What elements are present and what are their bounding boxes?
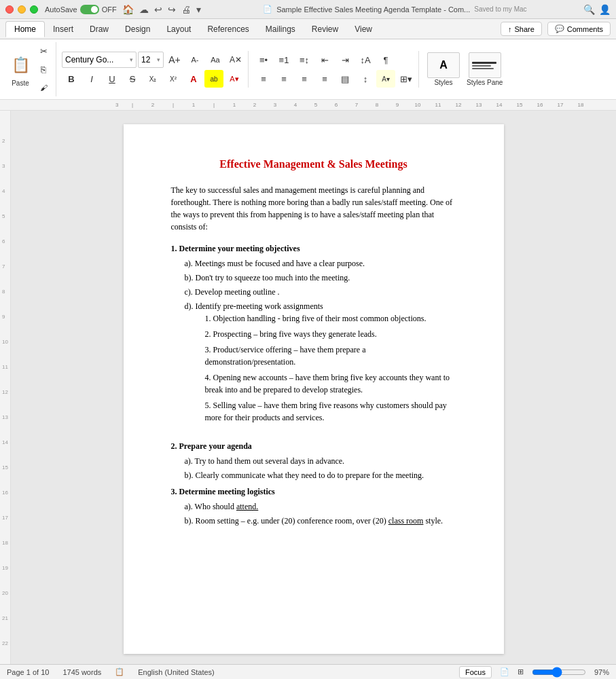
- zoom-slider[interactable]: [532, 667, 586, 678]
- ruler-v-20: 21: [2, 615, 8, 621]
- section-3: 3. Determine meeting logistics a). Who s…: [171, 485, 456, 527]
- maximize-button[interactable]: [30, 5, 38, 14]
- styles-button[interactable]: A Styles: [424, 50, 463, 89]
- tab-mailings[interactable]: Mailings: [257, 22, 304, 37]
- comments-button[interactable]: 💬 Comments: [547, 22, 611, 36]
- more-icon[interactable]: ▾: [196, 4, 201, 15]
- ruler-mark: 1: [183, 102, 204, 108]
- ruler-v-6: 7: [2, 263, 8, 270]
- ruler-mark: |: [163, 102, 183, 108]
- ruler-v-7: 8: [2, 289, 8, 295]
- clipboard-small: ✂ ⎘ 🖌: [34, 42, 53, 96]
- font-shrink-button[interactable]: A-: [185, 51, 204, 69]
- justify-button[interactable]: ≡: [315, 70, 334, 88]
- change-case-button[interactable]: Aa: [206, 51, 225, 69]
- tab-design[interactable]: Design: [117, 22, 158, 37]
- text-color-button[interactable]: A▾: [225, 70, 244, 88]
- superscript-button[interactable]: X²: [164, 70, 183, 88]
- align-right-button[interactable]: ≡: [295, 70, 314, 88]
- increase-indent-button[interactable]: ⇥: [336, 51, 355, 69]
- undo-icon[interactable]: ↩: [154, 4, 162, 15]
- share-button[interactable]: ↑ Share: [501, 22, 542, 36]
- font-size-value: 12: [141, 55, 150, 65]
- tab-view[interactable]: View: [346, 22, 380, 37]
- copy-button[interactable]: ⎘: [34, 60, 53, 78]
- list-item: b). Don't try to squeeze too much into t…: [185, 272, 456, 284]
- tab-insert[interactable]: Insert: [45, 22, 81, 37]
- borders-button[interactable]: ⊞▾: [397, 70, 416, 88]
- redo-icon[interactable]: ↪: [168, 4, 176, 15]
- decrease-indent-button[interactable]: ⇤: [315, 51, 334, 69]
- item-text: Identify pre-meeting work assignments: [196, 301, 323, 311]
- format-painter-button[interactable]: 🖌: [34, 79, 53, 96]
- align-left-button[interactable]: ≡: [254, 70, 273, 88]
- item-label: a).: [185, 502, 195, 511]
- styles-pane-button[interactable]: Styles Pane: [464, 50, 505, 89]
- document-body[interactable]: The key to successful sales and manageme…: [171, 184, 456, 527]
- tab-references[interactable]: References: [199, 22, 257, 37]
- ruler-mark: 1: [224, 102, 244, 108]
- minimize-button[interactable]: [18, 5, 26, 14]
- strikethrough-button[interactable]: S: [123, 70, 142, 88]
- show-formatting-button[interactable]: ¶: [376, 51, 395, 69]
- view-icon-1[interactable]: 📄: [500, 667, 509, 676]
- underline-button[interactable]: U: [103, 70, 122, 88]
- bullets-button[interactable]: ≡•: [254, 51, 273, 69]
- autosave-toggle[interactable]: [80, 5, 99, 14]
- view-icon-2[interactable]: ⊞: [518, 667, 524, 676]
- nested-list: 1. Objection handling - bring five of th…: [185, 312, 456, 424]
- zoom-level: 97%: [594, 668, 609, 676]
- print-icon[interactable]: 🖨: [181, 4, 191, 15]
- highlight-button[interactable]: ab: [204, 70, 223, 88]
- comments-icon: 💬: [555, 24, 564, 33]
- clear-format-button[interactable]: A✕: [226, 51, 245, 69]
- user-icon[interactable]: 👤: [599, 4, 611, 15]
- multilevel-button[interactable]: ≡↕: [295, 51, 314, 69]
- numbering-button[interactable]: ≡1: [274, 51, 293, 69]
- cloud-icon[interactable]: ☁: [139, 4, 149, 15]
- italic-button[interactable]: I: [82, 70, 101, 88]
- paste-button[interactable]: 📋: [8, 52, 33, 79]
- font-color-button[interactable]: A: [184, 70, 203, 88]
- font-group: Century Go... ▾ 12 ▾ A+ A- Aa A✕ B I U S…: [59, 51, 249, 88]
- list-item: d). Identify pre-meeting work assignment…: [185, 300, 456, 424]
- font-family-selector[interactable]: Century Go... ▾: [62, 52, 137, 68]
- shading-button[interactable]: A▾: [376, 70, 395, 88]
- tab-draw[interactable]: Draw: [81, 22, 117, 37]
- font-size-selector[interactable]: 12 ▾: [138, 52, 164, 68]
- close-button[interactable]: [5, 5, 14, 14]
- tab-review[interactable]: Review: [304, 22, 346, 37]
- share-label: Share: [514, 25, 534, 33]
- nested-num: 5.: [205, 401, 213, 410]
- saved-status: Saved to my Mac: [474, 5, 526, 13]
- cut-button[interactable]: ✂: [34, 42, 53, 60]
- ruler-mark: 7: [346, 102, 367, 108]
- search-icon[interactable]: 🔍: [583, 4, 595, 15]
- sort-button[interactable]: ↕A: [356, 51, 375, 69]
- nested-num: 1.: [205, 314, 213, 323]
- paragraph-controls: ≡• ≡1 ≡↕ ⇤ ⇥ ↕A ¶ ≡ ≡ ≡ ≡ ▤ ↕ A▾ ⊞▾: [254, 51, 416, 88]
- tab-home[interactable]: Home: [5, 21, 45, 37]
- ruler-mark: 14: [489, 102, 509, 108]
- focus-button[interactable]: Focus: [459, 666, 492, 678]
- font-grow-button[interactable]: A+: [165, 51, 184, 69]
- ruler-v-3: 4: [2, 188, 8, 194]
- tab-layout[interactable]: Layout: [158, 22, 199, 37]
- bold-button[interactable]: B: [62, 70, 81, 88]
- document-scroll-area[interactable]: Effective Management & Sales Meetings Th…: [11, 111, 616, 664]
- paragraph-group: ≡• ≡1 ≡↕ ⇤ ⇥ ↕A ¶ ≡ ≡ ≡ ≡ ▤ ↕ A▾ ⊞▾: [251, 51, 419, 88]
- subscript-button[interactable]: X₂: [143, 70, 162, 88]
- font-size-chevron: ▾: [157, 56, 160, 63]
- list-item: a). Who should attend.: [185, 500, 456, 513]
- nested-text: Selling value – have them bring five rea…: [205, 401, 447, 422]
- ruler-mark: |: [204, 102, 224, 108]
- proofing-icon[interactable]: 📋: [115, 667, 124, 676]
- window-controls: [5, 5, 38, 14]
- columns-button[interactable]: ▤: [336, 70, 355, 88]
- ruler-v-1: 2: [2, 138, 8, 144]
- line-spacing-button[interactable]: ↕: [356, 70, 375, 88]
- home-icon[interactable]: 🏠: [122, 4, 134, 15]
- align-center-button[interactable]: ≡: [274, 70, 293, 88]
- nested-num: 3.: [205, 345, 213, 354]
- font-bottom-row: B I U S X₂ X² A ab A▾: [62, 70, 245, 88]
